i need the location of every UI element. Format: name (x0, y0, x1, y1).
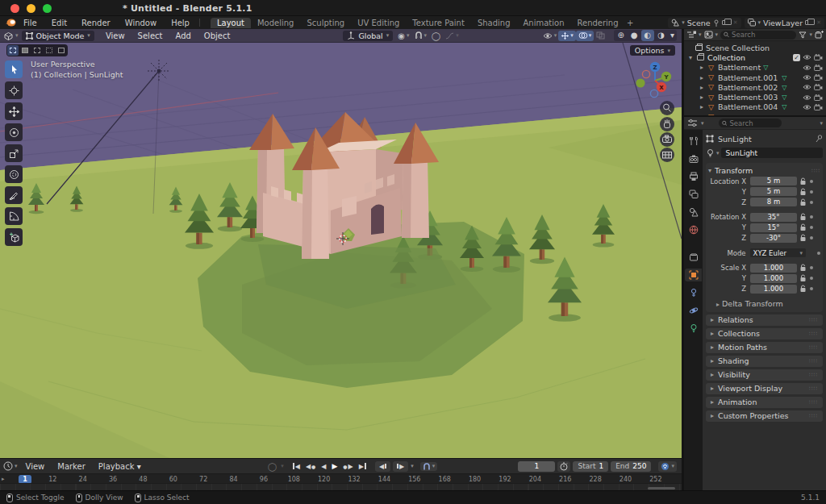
viewport-menu-object[interactable]: Object (198, 31, 237, 40)
value-field[interactable]: 5 m (750, 177, 797, 185)
animate-dot[interactable] (810, 226, 813, 229)
animate-dot[interactable] (810, 266, 813, 269)
axis-neg-x-ball[interactable] (642, 70, 649, 77)
scale-tool[interactable] (5, 144, 23, 162)
tab-tool[interactable] (685, 135, 702, 148)
channel-expand-icon[interactable]: ▸ (2, 476, 5, 482)
proportional-editing-button[interactable]: ◯ (432, 31, 440, 40)
hide-eye-icon[interactable] (803, 54, 811, 60)
value-field[interactable]: 35° (750, 213, 797, 222)
lock-icon[interactable] (799, 274, 807, 282)
shading-material-button[interactable]: ◐ (641, 30, 655, 41)
shading-wireframe-button[interactable]: ⊕ (614, 30, 627, 41)
light-icon[interactable] (706, 148, 715, 157)
mode-selector[interactable]: Object Mode ▾ (22, 31, 94, 41)
current-frame-field[interactable]: 1 (518, 461, 555, 472)
frame-step-back-button[interactable]: ◀ (375, 461, 390, 472)
value-field[interactable]: 15° (750, 223, 797, 232)
pan-button[interactable] (660, 117, 674, 131)
editor-type-button[interactable]: ▾ (3, 31, 19, 40)
lock-icon[interactable] (799, 264, 807, 272)
3d-viewport[interactable]: Z Y X (0, 43, 682, 458)
end-frame-field[interactable]: End250 (611, 461, 651, 472)
workspace-tab-animation[interactable]: Animation (517, 18, 571, 28)
pin-icon[interactable] (816, 135, 823, 143)
workspace-tab-uv-editing[interactable]: UV Editing (351, 18, 406, 28)
close-window-button[interactable] (10, 4, 19, 13)
pivot-point-button[interactable]: ◉▾ (398, 31, 409, 40)
animate-dot[interactable] (810, 180, 813, 183)
menu-window[interactable]: Window (118, 19, 164, 27)
play-reverse-button[interactable]: ◀ (319, 462, 327, 471)
viewport-menu-select[interactable]: Select (131, 31, 169, 40)
snap-toggle-button[interactable]: ▾ (415, 31, 428, 40)
breadcrumb-object-name[interactable]: SunLight (718, 135, 752, 144)
lock-icon[interactable] (799, 213, 807, 221)
castle-object[interactable] (249, 112, 456, 309)
value-field[interactable]: -30° (750, 234, 797, 243)
rotate-tool[interactable] (5, 123, 23, 141)
new-collection-icon[interactable] (815, 31, 824, 39)
drag-handle-icon[interactable]: ∷∷ (809, 358, 818, 364)
transform-orientation-selector[interactable]: Global ▾ (343, 31, 393, 41)
object-name-field[interactable]: SunLight (721, 148, 823, 158)
shading-solid-button[interactable]: ● (628, 30, 641, 41)
properties-options-icon[interactable]: ▾ (820, 120, 823, 127)
lock-icon[interactable] (799, 198, 807, 206)
rotation-mode-dropdown[interactable]: XYZ Euler▾ (750, 248, 806, 257)
chevron-down-icon[interactable]: ▾ (15, 463, 18, 469)
hide-eye-icon[interactable] (803, 84, 811, 90)
move-tool[interactable] (5, 102, 23, 120)
properties-editor-icon[interactable] (687, 119, 698, 127)
timeline-menu-playback[interactable]: Playback ▾ (92, 462, 148, 471)
drag-handle-icon[interactable]: ∷∷ (809, 372, 818, 378)
camera-view-button[interactable] (660, 132, 674, 147)
hide-eye-icon[interactable] (803, 74, 811, 81)
tab-render[interactable] (685, 152, 702, 165)
outliner-search[interactable] (720, 31, 796, 40)
minimize-window-button[interactable] (27, 4, 35, 13)
new-scene-icon[interactable] (722, 20, 728, 25)
tab-view-layer[interactable] (685, 188, 702, 201)
disable-render-camera-icon[interactable] (814, 84, 823, 90)
measure-tool[interactable] (5, 207, 23, 225)
collapse-arrow-icon[interactable]: ▾ (689, 54, 697, 61)
tab-object-data[interactable] (685, 322, 702, 335)
falloff-curve-button[interactable]: ▾ (445, 32, 459, 40)
hide-eye-icon[interactable] (803, 104, 811, 110)
maximize-window-button[interactable] (43, 4, 52, 13)
drag-handle-icon[interactable]: ∷∷ (811, 168, 820, 174)
panel-visibility[interactable]: ▸ Visibility ∷∷ (706, 369, 823, 381)
tab-constraints[interactable] (685, 286, 702, 299)
animate-dot[interactable] (810, 201, 813, 204)
properties-search[interactable] (719, 119, 782, 127)
outliner-object-row[interactable]: ▸ ▽ Battlement.004 ▽ (684, 102, 826, 112)
show-gizmos-toggle[interactable]: ▾ (558, 31, 576, 41)
previous-keyframe-button[interactable]: ◀● (304, 462, 317, 471)
panel-collections[interactable]: ▸ Collections ∷∷ (706, 328, 823, 339)
tab-collection[interactable] (685, 251, 702, 264)
viewport-menu-view[interactable]: View (99, 31, 131, 40)
outliner-id-filter-icon[interactable] (704, 31, 713, 39)
zoom-button[interactable] (660, 101, 674, 115)
frame-step-forward-button[interactable]: ▶ (393, 461, 408, 472)
lock-icon[interactable] (799, 177, 807, 185)
menu-render[interactable]: Render (74, 19, 118, 27)
value-field[interactable]: 8 m (750, 198, 797, 206)
tab-physics[interactable] (685, 304, 702, 317)
start-frame-field[interactable]: Start1 (573, 461, 608, 472)
disable-render-camera-icon[interactable] (814, 74, 823, 81)
tab-scene[interactable] (685, 206, 702, 219)
select-mode-extend[interactable] (19, 45, 31, 56)
workspace-tab-layout[interactable]: Layout (211, 18, 251, 28)
outliner-collection[interactable]: ▾ Collection ✓ (684, 52, 826, 62)
lock-icon[interactable] (799, 234, 807, 242)
filter-funnel-icon[interactable] (799, 31, 807, 39)
disable-render-camera-icon[interactable] (814, 54, 823, 60)
drag-handle-icon[interactable]: ∷∷ (809, 399, 818, 406)
tab-object[interactable] (685, 269, 702, 281)
value-field[interactable]: 1.000 (750, 285, 797, 294)
shading-dropdown[interactable]: ▾ (668, 30, 677, 41)
new-viewlayer-icon[interactable] (805, 20, 811, 25)
panel-shading[interactable]: ▸ Shading ∷∷ (706, 356, 823, 367)
